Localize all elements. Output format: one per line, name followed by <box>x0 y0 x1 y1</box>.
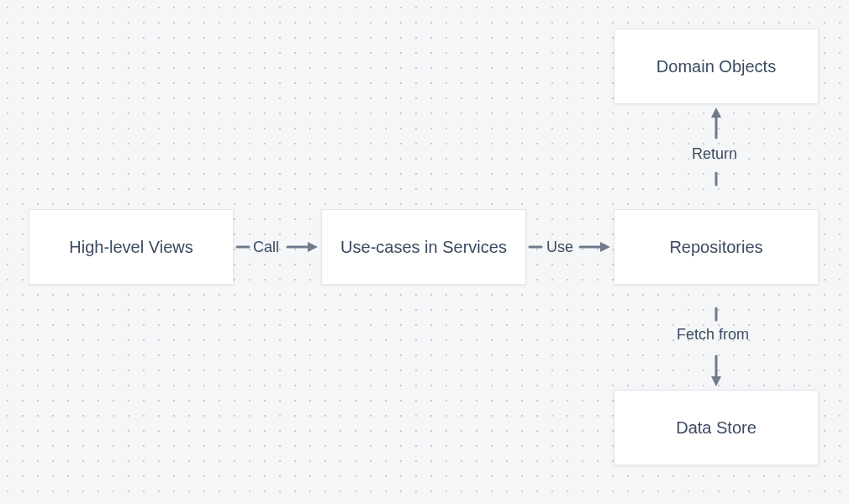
svg-marker-5 <box>600 242 610 252</box>
edge-fetchfrom-arrow-icon <box>709 353 724 390</box>
edge-label-use: Use <box>546 239 573 256</box>
svg-marker-2 <box>308 242 318 252</box>
node-label: Domain Objects <box>657 55 776 78</box>
edge-fetchfrom-dash-icon <box>709 285 724 324</box>
edge-call-arrow-icon <box>284 239 321 255</box>
edge-use-arrow-icon <box>577 239 614 255</box>
edge-return-dash-icon <box>709 170 724 209</box>
svg-marker-11 <box>711 376 721 386</box>
edge-label-fetch-from: Fetch from <box>677 326 749 344</box>
node-domain-objects[interactable]: Domain Objects <box>614 29 819 104</box>
edge-label-call: Call <box>253 239 279 256</box>
edge-use-dash-icon <box>526 239 545 255</box>
node-label: Repositories <box>669 235 762 259</box>
node-repositories[interactable]: Repositories <box>614 209 819 285</box>
svg-marker-7 <box>711 108 721 118</box>
node-label: Data Store <box>676 416 757 439</box>
edge-return-arrow-icon <box>709 104 724 141</box>
edge-call-dash-icon <box>234 239 252 255</box>
node-label: High-level Views <box>69 235 192 259</box>
node-label: Use-cases in Services <box>340 235 507 259</box>
edge-label-return: Return <box>692 145 737 163</box>
node-use-cases-services[interactable]: Use-cases in Services <box>321 209 526 285</box>
node-high-level-views[interactable]: High-level Views <box>29 209 234 285</box>
node-data-store[interactable]: Data Store <box>614 390 819 465</box>
